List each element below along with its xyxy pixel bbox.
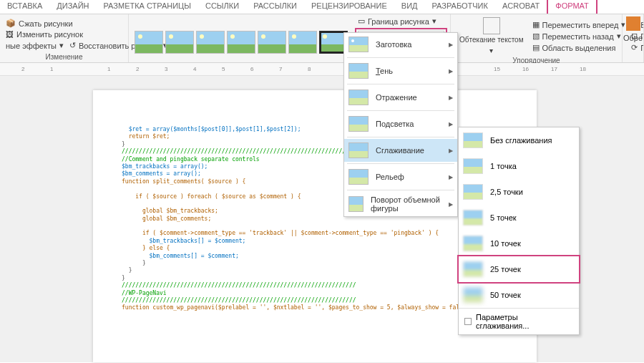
style-preset[interactable] (258, 31, 286, 54)
style-preset[interactable] (135, 31, 163, 54)
effects-glow-item[interactable]: Подсветка▶ (344, 112, 457, 135)
effects-softedges-item[interactable]: Сглаживание▶ (344, 139, 457, 162)
effects-preset-item[interactable]: Заготовка▶ (344, 33, 457, 56)
thumb-icon (463, 236, 483, 251)
crop-icon (626, 16, 640, 31)
selection-icon: ▤ (532, 43, 540, 52)
soft-5pt-item[interactable]: 5 точек (459, 205, 579, 231)
code-line: } (122, 267, 508, 274)
code-line: function custom_wp_pagenavi($prelabel = … (122, 304, 508, 311)
horizontal-ruler: 2 1 1 2 3 4 5 6 7 8 15 16 17 18 (0, 63, 644, 76)
submenu-arrow-icon: ▶ (449, 147, 453, 154)
group-label-change: Изменение (3, 53, 125, 61)
selection-pane-button[interactable]: ▤Область выделения (530, 42, 629, 53)
effects-3drotation-item[interactable]: Поворот объемной фигуры▶ (344, 192, 457, 216)
picture-effects-menu: Заготовка▶ ТТеньень▶ Отражение▶ Подсветк… (343, 32, 458, 217)
soft-none-item[interactable]: Без сглаживания (459, 127, 579, 153)
thumb-icon (463, 158, 483, 174)
ribbon: 📦Сжать рисунки 🖼Изменить рисунок ные эфф… (0, 14, 644, 63)
rotation-icon (348, 196, 364, 212)
shadow-icon (348, 63, 369, 79)
code-line: $bm_trackbacks[] = $comment; (122, 238, 508, 245)
checkbox-icon (464, 318, 472, 325)
submenu-arrow-icon: ▶ (449, 201, 453, 208)
glow-icon (348, 116, 369, 132)
submenu-arrow-icon: ▶ (449, 42, 453, 48)
submenu-arrow-icon: ▶ (449, 68, 453, 74)
code-line: } else { (122, 245, 508, 252)
soft-25pt-item[interactable]: 25 точек (457, 255, 580, 284)
soft-options-item[interactable]: Параметры сглаживания... (459, 308, 579, 334)
thumb-icon (463, 184, 483, 200)
dropdown-icon: ▾ (59, 41, 64, 50)
send-backward-button[interactable]: ▧Переместить назад▾ (530, 31, 629, 42)
border-icon: ▭ (358, 16, 365, 26)
reflection-icon (348, 89, 369, 105)
soft-edges-submenu: Без сглаживания 1 точка 2,5 точки 5 точе… (458, 127, 580, 335)
tab-references[interactable]: ССЫЛКИ (198, 0, 246, 14)
code-line: } (122, 260, 508, 267)
code-line: $bm_comments[] = $comment; (122, 253, 508, 260)
thumb-icon (463, 261, 483, 277)
tab-review[interactable]: РЕЦЕНЗИРОВАНИЕ (304, 0, 394, 14)
artistic-effects-button[interactable]: ные эффекты▾ (3, 40, 67, 51)
code-line: //WP-PageNavi (122, 290, 508, 297)
tab-format[interactable]: ФОРМАТ (547, 0, 597, 14)
thumb-icon (463, 132, 483, 148)
code-line: ////////////////////////////////////////… (122, 297, 508, 304)
soft-2pt-item[interactable]: 2,5 точки (459, 179, 579, 205)
bring-forward-button[interactable]: ▦Переместить вперед▾ (530, 19, 629, 30)
reset-icon: ↺ (69, 41, 76, 50)
style-preset[interactable] (165, 31, 194, 54)
picture-border-button[interactable]: ▭Граница рисунка▾ (355, 16, 447, 26)
preset-icon (348, 37, 369, 52)
wrap-text-button[interactable]: Обтекание текстом▾ (457, 35, 527, 55)
picture-styles-gallery[interactable] (132, 16, 351, 68)
thumb-icon (463, 210, 483, 226)
submenu-arrow-icon: ▶ (449, 95, 453, 101)
tab-insert[interactable]: ВСТАВКА (0, 0, 49, 14)
soft-10pt-item[interactable]: 10 точек (459, 231, 579, 256)
code-line: if ( $comment->comment_type == 'trackbac… (122, 230, 508, 237)
submenu-arrow-icon: ▶ (449, 174, 453, 180)
thumb-icon (463, 287, 483, 303)
tab-layout[interactable]: РАЗМЕТКА СТРАНИЦЫ (97, 0, 198, 14)
code-line: ////////////////////////////////////////… (122, 282, 508, 289)
bevel-icon (348, 169, 369, 185)
tab-acrobat[interactable]: ACROBAT (495, 0, 547, 14)
wrap-text-icon (483, 17, 500, 34)
style-preset[interactable] (196, 31, 225, 54)
effects-bevel-item[interactable]: Рельеф▶ (344, 165, 457, 188)
soft-50pt-item[interactable]: 50 точек (459, 282, 579, 308)
compress-icon: 📦 (6, 19, 16, 28)
tab-view[interactable]: ВИД (394, 0, 425, 14)
code-line: } (122, 275, 508, 282)
tab-design[interactable]: ДИЗАЙН (49, 0, 96, 14)
style-preset[interactable] (288, 31, 317, 54)
change-icon: 🖼 (6, 30, 14, 39)
backward-icon: ▧ (532, 32, 540, 41)
soft-icon (348, 142, 369, 158)
soft-1pt-item[interactable]: 1 точка (459, 153, 579, 179)
forward-icon: ▦ (532, 20, 540, 29)
effects-reflection-item[interactable]: Отражение▶ (344, 86, 457, 109)
style-preset[interactable] (227, 31, 255, 54)
submenu-arrow-icon: ▶ (449, 121, 453, 127)
tab-mailings[interactable]: РАССЫЛКИ (246, 0, 304, 14)
crop-button[interactable]: Обре (625, 16, 640, 43)
effects-shadow-item[interactable]: ТТеньень▶ (344, 59, 457, 82)
ribbon-tabs: ВСТАВКА ДИЗАЙН РАЗМЕТКА СТРАНИЦЫ ССЫЛКИ … (0, 0, 644, 14)
tab-developer[interactable]: РАЗРАБОТЧИК (425, 0, 495, 14)
